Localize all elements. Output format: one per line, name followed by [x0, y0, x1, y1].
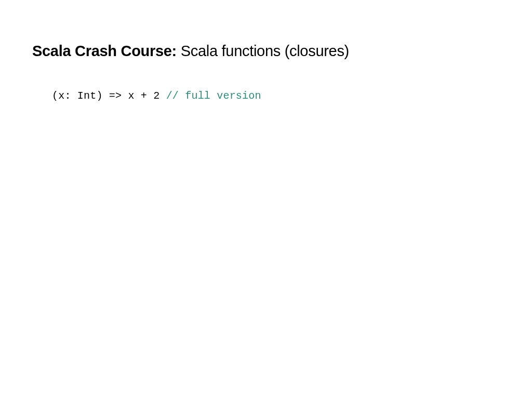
slide-container: Scala Crash Course: Scala functions (clo…	[0, 0, 532, 399]
title-bold-part: Scala Crash Course:	[32, 43, 177, 59]
title-regular-part: Scala functions (closures)	[177, 43, 349, 59]
slide-title: Scala Crash Course: Scala functions (clo…	[32, 43, 500, 60]
code-block: (x: Int) => x + 2 // full version	[32, 90, 500, 102]
code-comment: // full version	[166, 90, 261, 102]
code-text: (x: Int) => x + 2	[52, 90, 166, 102]
